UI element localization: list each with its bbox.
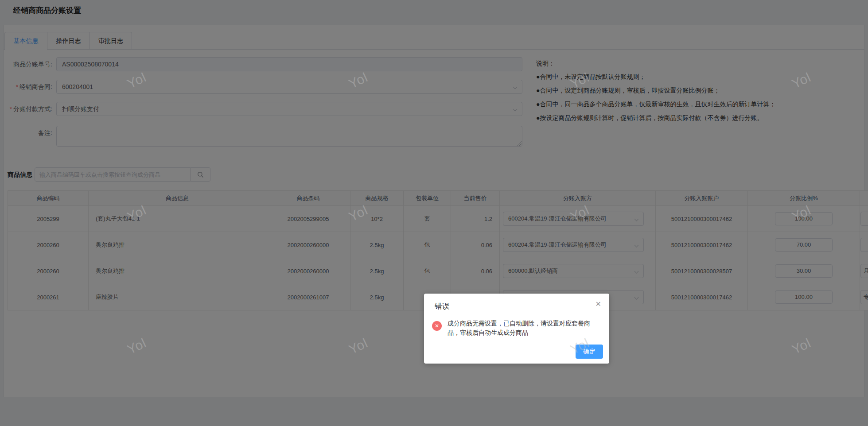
error-dialog: 错误 ✕ ✕ 成分商品无需设置，已自动删除，请设置对应套餐商品，审核后自动生成成… (424, 294, 609, 364)
dialog-message: 成分商品无需设置，已自动删除，请设置对应套餐商品，审核后自动生成成分商品 (448, 319, 596, 337)
confirm-button[interactable]: 确定 (576, 345, 603, 359)
error-icon: ✕ (432, 321, 442, 331)
page: 经销商商品分账设置 基本信息 操作日志 审批日志 商品分账单号: AS00002… (0, 0, 868, 426)
close-icon[interactable]: ✕ (596, 301, 601, 308)
dialog-title: 错误 (435, 301, 450, 311)
